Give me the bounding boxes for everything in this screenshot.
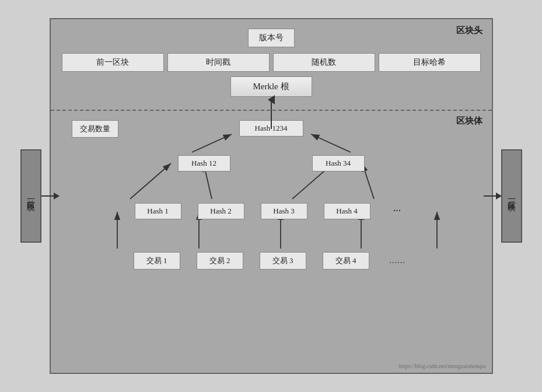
block-body-section: 区块体 bbox=[51, 116, 492, 309]
diagram-container: 前一区块 区块头 版本号 前一区块 时间戳 随机数 目标哈希 Merkle 根 bbox=[20, 12, 522, 380]
merkle-root-box: Merkle 根 bbox=[230, 76, 312, 97]
hash1234-row: 交易数量 Hash 1234 bbox=[60, 120, 482, 136]
hash4-box: Hash 4 bbox=[324, 203, 370, 219]
fields-row: 前一区块 时间戳 随机数 目标哈希 bbox=[60, 53, 482, 72]
nonce-field: 随机数 bbox=[273, 53, 375, 72]
hash12-box: Hash 12 bbox=[178, 155, 230, 172]
hash1-box: Hash 1 bbox=[135, 203, 181, 219]
header-section-label: 区块头 bbox=[456, 25, 482, 36]
hash1234-box: Hash 1234 bbox=[239, 120, 303, 136]
arrow-right-icon bbox=[484, 195, 501, 197]
version-row: 版本号 bbox=[60, 29, 482, 47]
tx-count-box: 交易数量 bbox=[72, 120, 118, 138]
block-header-section: 区块头 版本号 前一区块 时间戳 随机数 目标哈希 Merkle 根 bbox=[51, 19, 492, 105]
prev-block: 前一区块 bbox=[20, 149, 41, 243]
prev-block-field: 前一区块 bbox=[62, 53, 164, 72]
tx-row: 交易 1 交易 2 交易 3 交易 4 …… bbox=[60, 252, 482, 270]
merkle-root-row: Merkle 根 bbox=[60, 76, 482, 97]
next-block: 后一区块 bbox=[501, 149, 522, 243]
hash-dots: ··· bbox=[387, 202, 408, 220]
main-block: 区块头 版本号 前一区块 时间戳 随机数 目标哈希 Merkle 根 区块体 bbox=[50, 18, 493, 374]
hash3-box: Hash 3 bbox=[261, 203, 307, 219]
section-divider bbox=[51, 110, 492, 111]
version-box: 版本号 bbox=[248, 29, 295, 47]
prev-block-label: 前一区块 bbox=[26, 194, 36, 198]
tx1-box: 交易 1 bbox=[134, 252, 180, 270]
tree-area: 交易数量 Hash 1234 Hash 12 Hash 34 Hash 1 Ha… bbox=[60, 116, 482, 302]
next-block-label: 后一区块 bbox=[506, 194, 517, 198]
hash1234-leaf-row: Hash 1 Hash 2 Hash 3 Hash 4 ··· bbox=[60, 202, 482, 220]
hash12-hash34-row: Hash 12 Hash 34 bbox=[60, 155, 482, 172]
tx3-box: 交易 3 bbox=[260, 252, 306, 270]
watermark: https://blog.csdn.net/mengzaishenqiu bbox=[399, 363, 486, 369]
tx-dots: …… bbox=[386, 253, 409, 268]
hash2-box: Hash 2 bbox=[198, 203, 244, 219]
arrow-left-icon bbox=[41, 195, 59, 197]
timestamp-field: 时间戳 bbox=[167, 53, 270, 72]
hash34-box: Hash 34 bbox=[312, 155, 365, 172]
tx4-box: 交易 4 bbox=[323, 252, 369, 270]
target-hash-field: 目标哈希 bbox=[379, 53, 481, 72]
tx2-box: 交易 2 bbox=[197, 252, 243, 270]
